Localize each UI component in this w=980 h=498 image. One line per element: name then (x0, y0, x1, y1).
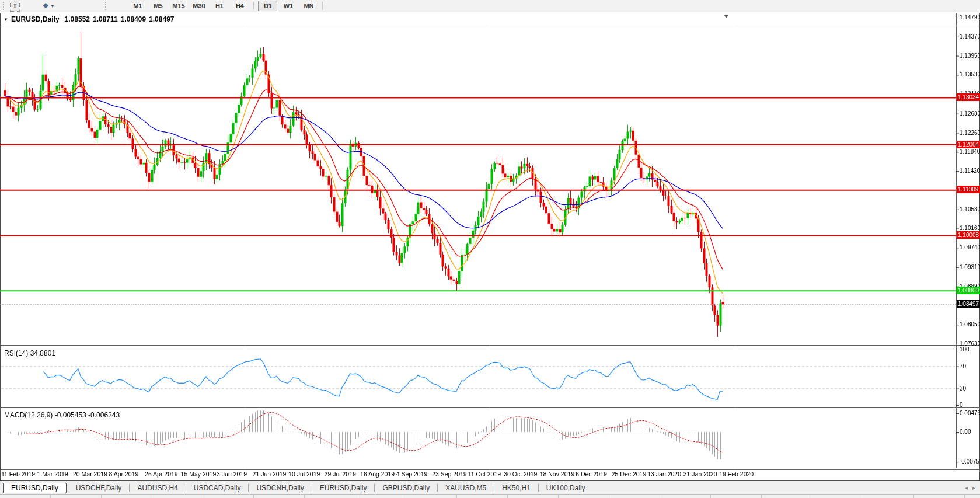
chart-canvas[interactable] (0, 0, 980, 498)
